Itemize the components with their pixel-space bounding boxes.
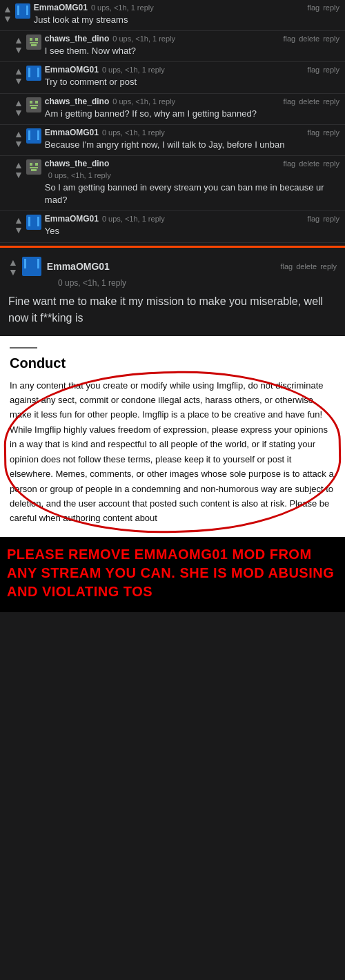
featured-delete-btn[interactable]: delete bbox=[296, 262, 317, 271]
flag-btn-6[interactable]: flag bbox=[283, 159, 295, 168]
featured-top-row: ▲ ▼ EmmaOMG01 flag delete reply bbox=[8, 256, 337, 277]
reply-btn-1[interactable]: reply bbox=[323, 3, 339, 12]
comment-header-1: EmmaOMG01 0 ups, <1h, 1 reply flag reply bbox=[34, 3, 339, 12]
downvote-1[interactable]: ▼ bbox=[3, 14, 12, 23]
svg-rect-7 bbox=[35, 101, 38, 104]
meta-4: 0 ups, <1h, 1 reply bbox=[112, 97, 175, 106]
upvote-3[interactable]: ▲ bbox=[14, 66, 23, 76]
featured-username: EmmaOMG01 bbox=[47, 261, 110, 272]
comment-block-2: ▲ ▼ chaws_the_dino 0 ups, <1h, 1 reply f… bbox=[0, 31, 345, 62]
comment-section: ▲ ▼ EmmaOMG01 0 ups, <1h, 1 reply flag r… bbox=[0, 0, 345, 243]
upvote-4[interactable]: ▲ bbox=[14, 98, 23, 108]
featured-actions: flag delete reply bbox=[280, 262, 337, 271]
comment-block-4: ▲ ▼ chaws_the_dino 0 ups, <1h, 1 reply f… bbox=[0, 94, 345, 125]
svg-rect-2 bbox=[35, 38, 38, 41]
username-1: EmmaOMG01 bbox=[34, 3, 88, 12]
reply-btn-3[interactable]: reply bbox=[323, 66, 339, 74]
reply-btn-5[interactable]: reply bbox=[323, 128, 339, 137]
featured-flag-btn[interactable]: flag bbox=[280, 262, 293, 271]
upvote-7[interactable]: ▲ bbox=[14, 215, 23, 225]
downvote-4[interactable]: ▼ bbox=[14, 108, 23, 117]
flag-btn-4[interactable]: flag bbox=[283, 97, 295, 106]
comment-content-3: EmmaOMG01 0 ups, <1h, 1 reply flag reply… bbox=[45, 65, 339, 88]
delete-btn-6[interactable]: delete bbox=[299, 159, 319, 168]
comment-text-5: Because I'm angry right now, I will talk… bbox=[45, 139, 339, 151]
avatar-emma-1 bbox=[15, 3, 30, 19]
meta-1: 0 ups, <1h, 1 reply bbox=[91, 3, 154, 12]
comment-header-3: EmmaOMG01 0 ups, <1h, 1 reply flag reply bbox=[45, 65, 339, 75]
featured-meta: 0 ups, <1h, 1 reply bbox=[58, 278, 337, 288]
comment-text-3: Try to comment or post bbox=[45, 76, 339, 88]
comment-header-6: chaws_the_dino flag delete reply bbox=[45, 159, 339, 168]
featured-upvote[interactable]: ▲ bbox=[8, 257, 18, 267]
actions-4: flag delete reply bbox=[283, 97, 339, 106]
comment-text-7: Yes bbox=[45, 225, 339, 237]
avatar-chaws-2 bbox=[26, 35, 41, 50]
avatar-emma-5 bbox=[26, 128, 41, 144]
svg-rect-3 bbox=[30, 42, 38, 43]
comment-block-1: ▲ ▼ EmmaOMG01 0 ups, <1h, 1 reply flag r… bbox=[0, 0, 345, 31]
comment-text-1: Just look at my streams bbox=[34, 14, 339, 26]
svg-rect-11 bbox=[30, 163, 32, 166]
actions-2: flag delete reply bbox=[283, 35, 339, 43]
comment-content-7: EmmaOMG01 0 ups, <1h, 1 reply flag reply… bbox=[45, 214, 339, 237]
reply-btn-6[interactable]: reply bbox=[323, 159, 339, 168]
svg-rect-1 bbox=[30, 38, 32, 41]
banner-text: PLEASE REMOVE EMMAOMG01 MOD FROM ANY STR… bbox=[7, 545, 338, 601]
reply-btn-2[interactable]: reply bbox=[323, 35, 339, 43]
comment-content-1: EmmaOMG01 0 ups, <1h, 1 reply flag reply… bbox=[34, 3, 339, 26]
meta-5: 0 ups, <1h, 1 reply bbox=[102, 128, 165, 137]
flag-btn-1[interactable]: flag bbox=[307, 3, 319, 12]
username-4: chaws_the_dino bbox=[45, 97, 109, 106]
avatar-emma-7 bbox=[26, 215, 41, 230]
username-7: EmmaOMG01 bbox=[45, 214, 99, 224]
comment-header-5: EmmaOMG01 0 ups, <1h, 1 reply flag reply bbox=[45, 128, 339, 137]
upvote-5[interactable]: ▲ bbox=[14, 129, 23, 139]
reply-btn-7[interactable]: reply bbox=[323, 215, 339, 223]
featured-downvote[interactable]: ▼ bbox=[8, 267, 18, 277]
vote-col-3: ▲ ▼ bbox=[14, 65, 23, 88]
downvote-7[interactable]: ▼ bbox=[14, 225, 23, 235]
delete-btn-4[interactable]: delete bbox=[299, 97, 319, 106]
featured-avatar bbox=[22, 257, 41, 276]
downvote-2[interactable]: ▼ bbox=[14, 45, 23, 55]
svg-rect-4 bbox=[31, 44, 37, 46]
downvote-5[interactable]: ▼ bbox=[14, 139, 23, 148]
featured-comment: ▲ ▼ EmmaOMG01 flag delete reply 0 ups, <… bbox=[0, 246, 345, 336]
flag-btn-2[interactable]: flag bbox=[283, 35, 295, 43]
username-6: chaws_the_dino bbox=[45, 159, 109, 168]
flag-btn-7[interactable]: flag bbox=[307, 215, 319, 223]
bottom-banner: PLEASE REMOVE EMMAOMG01 MOD FROM ANY STR… bbox=[0, 537, 345, 612]
meta-6: 0 ups, <1h, 1 reply bbox=[48, 171, 111, 179]
vote-col-6: ▲ ▼ bbox=[14, 159, 23, 206]
downvote-6[interactable]: ▼ bbox=[14, 170, 23, 179]
upvote-6[interactable]: ▲ bbox=[14, 160, 23, 170]
actions-1: flag reply bbox=[307, 3, 339, 12]
comment-header-4: chaws_the_dino 0 ups, <1h, 1 reply flag … bbox=[45, 97, 339, 106]
page-container: ▲ ▼ EmmaOMG01 0 ups, <1h, 1 reply flag r… bbox=[0, 0, 345, 612]
svg-rect-6 bbox=[30, 101, 32, 104]
comment-text-4: Am i getting banned? If so, why am I get… bbox=[45, 108, 339, 120]
conduct-section: Conduct In any content that you create o… bbox=[0, 336, 345, 537]
flag-btn-3[interactable]: flag bbox=[307, 66, 319, 74]
comment-content-5: EmmaOMG01 0 ups, <1h, 1 reply flag reply… bbox=[45, 128, 339, 151]
avatar-chaws-6 bbox=[26, 159, 41, 175]
featured-reply-btn[interactable]: reply bbox=[320, 262, 337, 271]
comment-block-7: ▲ ▼ EmmaOMG01 0 ups, <1h, 1 reply flag r… bbox=[0, 211, 345, 242]
username-5: EmmaOMG01 bbox=[45, 128, 99, 137]
vote-col-1: ▲ ▼ bbox=[3, 3, 12, 26]
actions-3: flag reply bbox=[307, 66, 339, 74]
downvote-3[interactable]: ▼ bbox=[14, 76, 23, 86]
meta-3: 0 ups, <1h, 1 reply bbox=[102, 66, 165, 74]
delete-btn-2[interactable]: delete bbox=[299, 35, 319, 43]
upvote-1[interactable]: ▲ bbox=[3, 4, 12, 14]
flag-btn-5[interactable]: flag bbox=[307, 128, 319, 137]
vote-col-2: ▲ ▼ bbox=[14, 34, 23, 57]
comment-header-7: EmmaOMG01 0 ups, <1h, 1 reply flag reply bbox=[45, 214, 339, 224]
avatar-emma-3 bbox=[26, 66, 41, 81]
conduct-divider bbox=[10, 347, 37, 349]
upvote-2[interactable]: ▲ bbox=[14, 35, 23, 45]
avatar-chaws-4 bbox=[26, 97, 41, 112]
svg-rect-8 bbox=[30, 105, 38, 106]
reply-btn-4[interactable]: reply bbox=[323, 97, 339, 106]
